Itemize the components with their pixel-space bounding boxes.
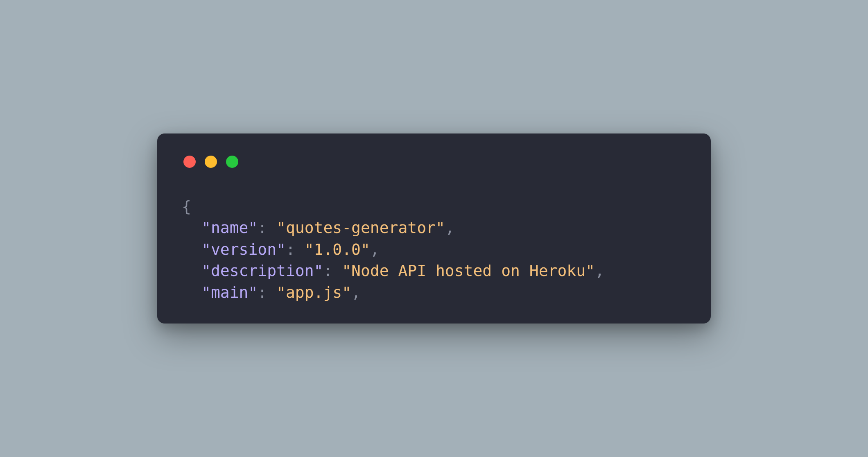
colon: : — [323, 262, 332, 280]
comma: , — [351, 283, 361, 301]
json-key: "version" — [201, 240, 286, 258]
json-value: "Node API hosted on Heroku" — [342, 262, 595, 280]
json-value: "1.0.0" — [305, 240, 370, 258]
json-key: "name" — [201, 219, 258, 237]
code-window: { "name": "quotes-generator", "version":… — [157, 133, 711, 324]
json-value: "quotes-generator" — [276, 219, 445, 237]
minimize-icon[interactable] — [205, 156, 217, 168]
json-key: "description" — [201, 262, 323, 280]
colon: : — [286, 240, 295, 258]
comma: , — [595, 262, 604, 280]
close-icon[interactable] — [183, 156, 196, 168]
comma: , — [370, 240, 380, 258]
code-content: { "name": "quotes-generator", "version":… — [182, 196, 686, 303]
traffic-lights — [183, 156, 686, 168]
colon: : — [258, 283, 267, 301]
json-key: "main" — [201, 283, 258, 301]
json-value: "app.js" — [276, 283, 351, 301]
comma: , — [445, 219, 454, 237]
maximize-icon[interactable] — [226, 156, 238, 168]
colon: : — [258, 219, 267, 237]
brace-open: { — [182, 197, 191, 215]
